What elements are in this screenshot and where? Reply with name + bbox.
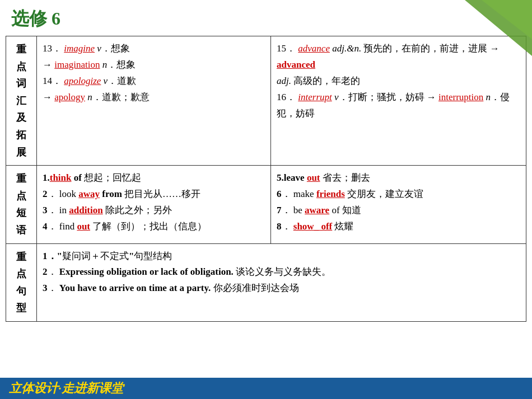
sentence-2: 2． Expressing obligation or lack of obli… <box>43 266 331 277</box>
phrase-6-text: 6． make friends 交朋友，建立友谊 <box>277 189 423 199</box>
phrase-1-text: of 想起；回忆起 <box>72 172 142 183</box>
phrase-row: 重点短语 1.think of 想起；回忆起 2． look away from… <box>6 166 526 243</box>
vocab-row: 重点词汇及拓展 13． imagine v．想象 → imagination n… <box>6 36 526 166</box>
phrase-4-text: 4． find out 了解（到）；找出（信息） <box>43 221 207 232</box>
sentence-header: 重点句型 <box>6 243 37 321</box>
word-apology: apology <box>54 92 85 102</box>
title-text: 选修 6 <box>11 8 60 29</box>
word-interrupt: interrupt <box>298 92 332 102</box>
word-think: think <box>50 172 72 183</box>
phrase-8-text: 8． show_ off 炫耀 <box>277 221 353 232</box>
sentence-1: 1．"疑问词＋不定式"句型结构 <box>43 251 172 261</box>
item-15-adj: adj. 高级的，年老的 <box>277 76 360 86</box>
corner-decoration <box>465 0 532 56</box>
phrase-7-text: 7． be aware of 知道 <box>277 205 361 215</box>
item-16-label: 16． <box>277 92 296 102</box>
phrase-right-cell: 5.leave out 省去；删去 6． make friends 交朋友，建立… <box>271 166 526 243</box>
page-title: 选修 6 <box>0 0 532 36</box>
item-13-pos: v．想象 <box>97 43 130 54</box>
bottom-text: 立体设计·走进新课堂 <box>9 380 123 397</box>
vocab-header: 重点词汇及拓展 <box>6 36 37 166</box>
item-14-n: n．道歉；歉意 <box>85 92 150 102</box>
item-14-pos: v．道歉 <box>104 76 137 86</box>
sentence-cell: 1．"疑问词＋不定式"句型结构 2． Expressing obligation… <box>37 243 526 321</box>
item-14-arrow: → <box>43 92 54 102</box>
word-imagination: imagination <box>54 59 100 70</box>
item-13-label: 13． <box>43 43 62 54</box>
phrase-5-text: 5.leave out 省去；删去 <box>277 172 370 183</box>
sentence-3: 3． You have to arrive on time at a party… <box>43 283 299 293</box>
phrase-2-text: 2． look away from 把目光从……移开 <box>43 189 200 199</box>
phrase-3-text: 3． in addition 除此之外；另外 <box>43 205 172 215</box>
sentence-row: 重点句型 1．"疑问词＋不定式"句型结构 2． Expressing oblig… <box>6 243 526 321</box>
item-13-n: n．想象 <box>100 59 136 70</box>
phrase-1-num: 1. <box>43 172 50 183</box>
word-advance: advance <box>298 43 330 54</box>
word-apologize: apologize <box>64 76 101 86</box>
main-table: 重点词汇及拓展 13． imagine v．想象 → imagination n… <box>6 36 526 322</box>
item-16-pos: v．打断；骚扰，妨碍 → <box>334 92 438 102</box>
word-interruption: interruption <box>438 92 483 102</box>
vocab-left-cell: 13． imagine v．想象 → imagination n．想象 14． … <box>37 36 271 166</box>
bottom-bar: 立体设计·走进新课堂 <box>0 378 532 399</box>
item-14-label: 14． <box>43 76 62 86</box>
item-13-arrow: → <box>43 59 54 70</box>
item-15-label: 15． <box>277 43 296 54</box>
word-advanced: advanced <box>277 59 315 70</box>
phrase-left-cell: 1.think of 想起；回忆起 2． look away from 把目光从… <box>37 166 271 243</box>
word-imagine: imagine <box>64 43 95 54</box>
phrase-header: 重点短语 <box>6 166 37 243</box>
